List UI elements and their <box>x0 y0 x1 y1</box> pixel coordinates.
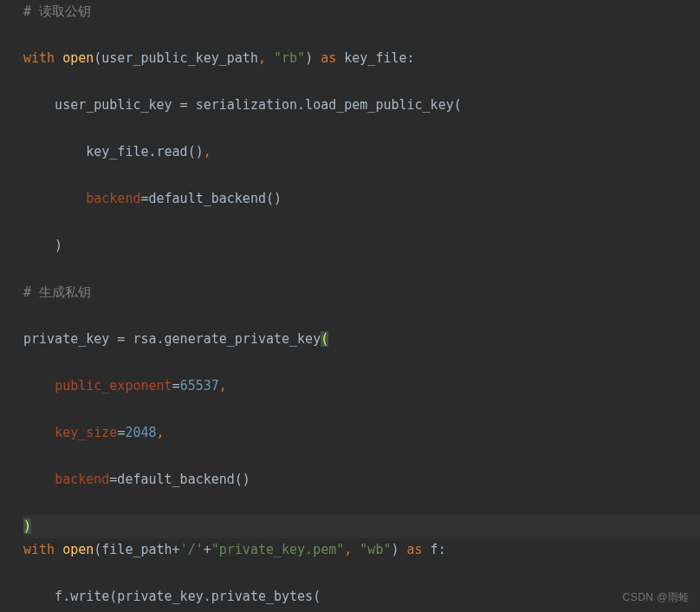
keyword-with: with <box>23 50 55 66</box>
string: "rb" <box>274 50 305 66</box>
func-open: open <box>62 542 94 557</box>
code-editor[interactable]: # 读取公钥 with open(user_public_key_path, "… <box>0 0 700 612</box>
keyword-with: with <box>23 542 55 557</box>
code-line: # 读取公钥 <box>23 0 700 23</box>
code-line: ) <box>23 234 700 257</box>
code-line: user_public_key = serialization.load_pem… <box>23 94 700 117</box>
code-line: # 生成私钥 <box>23 281 700 304</box>
keyword-as: as <box>321 50 336 66</box>
comment: # 读取公钥 <box>23 3 91 19</box>
kwarg-backend: backend <box>86 191 140 206</box>
kwarg-key-size: key_size <box>55 425 117 440</box>
code-line: key_size=2048, <box>23 421 700 445</box>
code-line: f.write(private_key.private_bytes( <box>23 585 700 609</box>
code-line: with open(user_public_key_path, "rb") as… <box>23 47 700 70</box>
code-line: backend=default_backend() <box>23 468 700 492</box>
code-line: public_exponent=65537, <box>23 374 700 398</box>
string: "private_key.pem" <box>211 542 345 557</box>
string: '/' <box>180 542 204 557</box>
number: 65537 <box>180 378 219 394</box>
kwarg-public-exponent: public_exponent <box>55 378 172 394</box>
kwarg-backend: backend <box>55 472 109 487</box>
code-line: private_key = rsa.generate_private_key( <box>23 328 700 351</box>
matched-paren: ) <box>23 518 31 534</box>
string: "wb" <box>360 542 391 557</box>
code-line: backend=default_backend() <box>23 187 700 211</box>
matched-paren: ( <box>321 331 328 347</box>
number: 2048 <box>125 425 156 440</box>
watermark: CSDN @雨蛭 <box>622 591 690 603</box>
code-line: key_file.read(), <box>23 140 700 164</box>
func-open: open <box>62 50 94 66</box>
keyword-as: as <box>407 542 423 557</box>
current-line: ) <box>23 515 700 538</box>
comment: # 生成私钥 <box>23 284 91 300</box>
code-line: with open(file_path+'/'+"private_key.pem… <box>23 538 700 562</box>
